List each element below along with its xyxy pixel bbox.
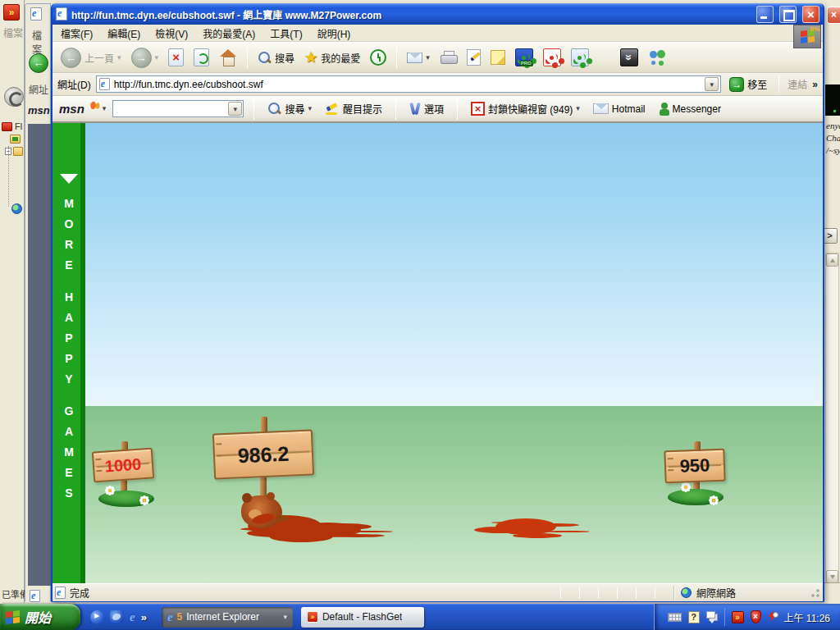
flashget-tree[interactable]: Fl − <box>2 121 23 214</box>
globe-tree-icon[interactable] <box>11 203 22 214</box>
flashget-app-icon: » <box>3 4 20 21</box>
minimize-button[interactable] <box>756 6 774 23</box>
go-arrow-icon: → <box>729 77 744 92</box>
flower-icon <box>143 499 146 502</box>
ie-quicklaunch-icon[interactable]: e <box>130 610 135 624</box>
background-ie-window-edge[interactable]: 檔案 ← 網址 msn <box>25 3 51 601</box>
flashget-tray-icon[interactable]: » <box>732 611 744 623</box>
icq-lite-button[interactable] <box>540 47 564 68</box>
msn-logo[interactable]: msn <box>59 102 96 116</box>
background-close-button[interactable]: × <box>827 7 840 24</box>
close-button[interactable] <box>802 6 819 23</box>
messenger-button[interactable]: Messenger <box>655 101 724 117</box>
forward-button[interactable]: ▾ <box>128 46 162 70</box>
mail-dropdown-icon[interactable]: ▾ <box>426 54 430 62</box>
popup-dropdown-icon[interactable]: ▾ <box>576 105 580 112</box>
msn-options-button[interactable]: 選項 <box>406 100 447 117</box>
back-dropdown-icon[interactable]: ▾ <box>117 54 121 62</box>
menu-favorites[interactable]: 我的最愛(A) <box>203 26 255 40</box>
menu-file[interactable]: 檔案(F) <box>61 26 93 40</box>
flash-game-area[interactable]: 1000 986.2 <box>85 123 823 583</box>
media-player-icon[interactable] <box>90 610 104 624</box>
refresh-button[interactable] <box>190 47 212 68</box>
more-games-banner[interactable]: MORE HAPPY GAMES <box>52 123 85 583</box>
antivirus-tray-icon[interactable] <box>768 610 778 623</box>
address-input[interactable]: http://fun.tmc.dyn.ee/cubshoot.swf ▾ <box>96 75 722 93</box>
ie-doc-icon <box>56 7 67 21</box>
task-internet-explorer[interactable]: e 5 Internet Explorer ▾ <box>162 607 293 628</box>
msn-dropdown-icon[interactable]: ▾ <box>103 105 107 112</box>
system-tray: ? » × 上午 11:26 <box>654 604 840 630</box>
title-bar[interactable]: http://fun.tmc.dyn.ee/cubshoot.swf - 網上寶… <box>52 3 823 25</box>
start-button[interactable]: 開始 <box>0 604 80 630</box>
msn-highlight-button[interactable]: 醒目提示 <box>322 100 386 117</box>
back-button[interactable]: 上一頁 ▾ <box>57 46 125 70</box>
icq-pro-icon: PRO <box>515 48 533 66</box>
icq-button[interactable] <box>568 47 592 68</box>
msn-combo-dropdown[interactable]: ▾ <box>228 102 242 116</box>
history-icon <box>370 49 386 66</box>
icq-green-flower-icon <box>571 48 589 66</box>
ime-restore-icon[interactable] <box>706 610 718 623</box>
banner-word: HAPPY <box>62 290 75 393</box>
folder-icon[interactable] <box>13 147 23 156</box>
ime-help-icon[interactable]: ? <box>688 611 700 623</box>
background-page-content <box>28 124 52 586</box>
flower-icon <box>108 489 112 492</box>
ime-keyboard-icon[interactable] <box>668 613 682 622</box>
menu-tools[interactable]: 工具(T) <box>270 26 302 40</box>
links-label[interactable]: 連結 <box>788 77 807 91</box>
flashget-window-edge[interactable]: » 檔案 Fl − 已準備 <box>0 0 25 603</box>
background-scrollbar[interactable] <box>825 253 839 584</box>
task-flashget[interactable]: » Default - FlashGet <box>301 607 424 628</box>
menu-help[interactable]: 說明(H) <box>317 26 351 40</box>
forward-icon <box>131 48 152 68</box>
msn-search-button[interactable]: 搜尋 ▾ <box>264 100 315 117</box>
msn-search-input[interactable]: ▾ <box>112 100 244 117</box>
popup-blocker-button[interactable]: × 封鎖快顯視窗 (949) ▾ <box>468 100 583 117</box>
background-ie-menu-file[interactable]: 檔案 <box>32 28 50 56</box>
address-dropdown-button[interactable]: ▾ <box>705 77 719 91</box>
home-button[interactable] <box>216 48 240 67</box>
discuss-button[interactable] <box>487 48 509 66</box>
favorites-button[interactable]: ★ 我的最愛 <box>301 48 363 66</box>
address-bar: 網址(D) http://fun.tmc.dyn.ee/cubshoot.swf… <box>52 73 823 96</box>
flashget-icon: » <box>620 48 638 66</box>
security-shield-icon[interactable]: × <box>751 610 761 623</box>
flashget-toolbar-button[interactable]: » <box>617 47 641 68</box>
menu-view[interactable]: 檢視(V) <box>155 26 188 40</box>
mail-button[interactable]: ▾ <box>404 51 433 65</box>
scroll-up-icon[interactable] <box>826 253 838 267</box>
go-button[interactable]: → 移至 <box>726 75 770 94</box>
messenger-person-icon <box>659 103 669 116</box>
icq-pro-button[interactable]: PRO <box>512 47 536 68</box>
address-url[interactable]: http://fun.tmc.dyn.ee/cubshoot.swf <box>114 79 701 90</box>
hotmail-button[interactable]: Hotmail <box>590 102 649 116</box>
downloaded-folder-icon[interactable] <box>10 135 21 144</box>
flashget-toolbar-icon[interactable] <box>4 87 24 107</box>
msn-explorer-icon[interactable] <box>110 610 124 624</box>
search-button[interactable]: 搜尋 <box>254 49 298 66</box>
resize-grip[interactable] <box>810 587 820 598</box>
stop-button[interactable] <box>165 47 187 68</box>
background-msn-logo: msn <box>28 104 50 116</box>
search-icon <box>258 51 272 65</box>
status-divider <box>617 587 618 599</box>
toolbar-separator <box>396 47 397 68</box>
menu-edit[interactable]: 編輯(E) <box>107 26 140 40</box>
messenger-toolbar-button[interactable] <box>645 48 671 67</box>
history-button[interactable] <box>367 48 390 67</box>
links-chevron-icon[interactable]: » <box>812 79 818 90</box>
flashget-menu-file[interactable]: 檔案 <box>3 25 23 39</box>
taskbar-clock[interactable]: 上午 11:26 <box>784 610 830 624</box>
maximize-button[interactable] <box>779 6 797 23</box>
msn-search-dropdown-icon[interactable]: ▾ <box>308 105 312 112</box>
edit-button[interactable] <box>463 48 484 67</box>
icq-red-flower-icon <box>543 48 561 66</box>
forward-dropdown-icon[interactable]: ▾ <box>155 54 159 62</box>
background-back-button[interactable]: ← <box>29 53 48 73</box>
task-group-dropdown-icon[interactable]: ▾ <box>283 614 287 621</box>
quick-launch-chevron-icon[interactable]: » <box>141 611 147 623</box>
print-button[interactable] <box>436 49 460 66</box>
scroll-down-icon[interactable] <box>826 570 838 583</box>
